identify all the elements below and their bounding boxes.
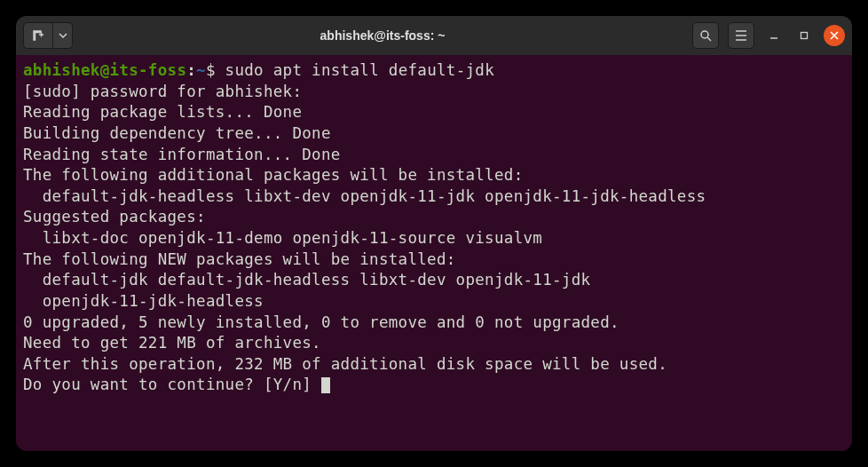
terminal-body[interactable]: abhishek@its-foss:~$ sudo apt install de… bbox=[16, 55, 852, 451]
prompt-dollar: $ bbox=[206, 61, 216, 79]
search-button[interactable] bbox=[692, 22, 719, 49]
tab-dropdown-button[interactable] bbox=[53, 22, 73, 49]
close-icon bbox=[830, 31, 839, 40]
close-button[interactable] bbox=[824, 25, 845, 46]
menu-button[interactable] bbox=[728, 22, 754, 49]
prompt-at: @ bbox=[100, 61, 110, 79]
output-line: openjdk-11-jdk-headless bbox=[23, 292, 264, 310]
new-tab-icon bbox=[32, 29, 44, 42]
search-icon bbox=[699, 29, 712, 42]
minimize-icon bbox=[769, 30, 779, 41]
maximize-icon bbox=[799, 30, 809, 41]
output-line: Reading package lists... Done bbox=[23, 103, 302, 121]
prompt-host: its-foss bbox=[110, 61, 187, 79]
output-line: Do you want to continue? [Y/n] bbox=[23, 376, 321, 393]
output-line: libxt-doc openjdk-11-demo openjdk-11-sou… bbox=[23, 229, 542, 247]
svg-point-0 bbox=[701, 31, 708, 38]
output-line: [sudo] password for abhishek: bbox=[23, 83, 312, 100]
titlebar-left-controls bbox=[23, 22, 73, 49]
output-line: After this operation, 232 MB of addition… bbox=[23, 355, 667, 373]
output-line: default-jdk-headless libxt-dev openjdk-1… bbox=[23, 187, 706, 205]
output-line: 0 upgraded, 5 newly installed, 0 to remo… bbox=[23, 313, 619, 331]
prompt-colon: : bbox=[186, 61, 196, 79]
svg-rect-1 bbox=[801, 33, 808, 39]
prompt-path: ~ bbox=[196, 61, 206, 79]
hamburger-icon bbox=[735, 30, 747, 41]
output-line: Suggested packages: bbox=[23, 208, 206, 226]
chevron-down-icon bbox=[59, 33, 67, 38]
command-text: sudo apt install default-jdk bbox=[225, 61, 494, 79]
terminal-window: abhishek@its-foss: ~ abhishek@its-foss:~… bbox=[16, 16, 852, 451]
window-title: abhishek@its-foss: ~ bbox=[80, 28, 685, 43]
new-tab-button[interactable] bbox=[23, 22, 53, 49]
minimize-button[interactable] bbox=[763, 25, 785, 46]
maximize-button[interactable] bbox=[793, 25, 815, 46]
output-line: Reading state information... Done bbox=[23, 146, 341, 163]
titlebar: abhishek@its-foss: ~ bbox=[16, 16, 852, 55]
output-line: Need to get 221 MB of archives. bbox=[23, 334, 321, 352]
cursor bbox=[321, 377, 330, 393]
titlebar-right-controls bbox=[692, 22, 845, 49]
output-line: The following NEW packages will be insta… bbox=[23, 250, 456, 268]
output-line: default-jdk default-jdk-headless libxt-d… bbox=[23, 271, 590, 289]
output-line: The following additional packages will b… bbox=[23, 166, 523, 184]
prompt-user: abhishek bbox=[23, 61, 100, 79]
output-line: Building dependency tree... Done bbox=[23, 124, 331, 142]
